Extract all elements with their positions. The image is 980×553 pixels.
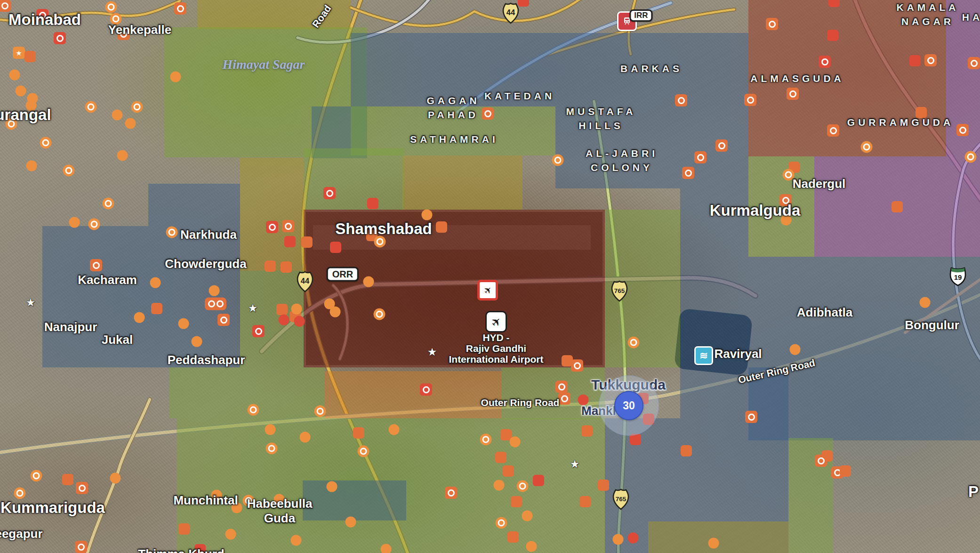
orange-ring-marker[interactable] <box>40 137 52 149</box>
orange-square-marker[interactable] <box>495 452 506 463</box>
orange-square-ring-marker[interactable] <box>924 54 937 66</box>
orange-square-marker[interactable] <box>840 465 851 477</box>
orange-ring-marker[interactable] <box>314 406 326 417</box>
orange-square-ring-marker[interactable] <box>787 88 799 100</box>
orange-ring-marker[interactable] <box>248 404 259 416</box>
orange-dot-marker[interactable] <box>389 424 400 435</box>
orange-dot-marker[interactable] <box>522 511 533 521</box>
orange-dot-marker[interactable] <box>613 534 624 545</box>
red-square-ring-marker[interactable] <box>819 56 831 68</box>
orange-ring-marker[interactable] <box>517 480 529 492</box>
orange-ring-marker[interactable] <box>374 309 386 320</box>
orange-square-marker[interactable] <box>507 531 519 543</box>
orange-square-ring-marker[interactable] <box>766 18 778 30</box>
orange-ring-marker[interactable] <box>496 517 507 529</box>
orange-square-ring-marker[interactable] <box>555 381 568 393</box>
red-dot-marker[interactable] <box>628 533 639 544</box>
orange-square-ring-marker[interactable] <box>0 0 11 12</box>
orange-ring-marker[interactable] <box>628 337 640 349</box>
star-marker[interactable]: ★ <box>248 303 258 314</box>
orange-square-marker[interactable] <box>24 51 36 62</box>
red-square-marker[interactable] <box>284 236 296 247</box>
orange-square-ring-marker[interactable] <box>174 2 186 15</box>
orange-square-ring-marker[interactable] <box>968 57 980 69</box>
orange-square-ring-marker[interactable] <box>744 94 756 106</box>
orange-dot-marker[interactable] <box>381 544 392 553</box>
orange-dot-marker[interactable] <box>330 307 341 317</box>
orange-square-ring-marker[interactable] <box>76 482 88 494</box>
orange-square-marker[interactable] <box>436 221 447 233</box>
orange-ring-marker[interactable] <box>166 227 178 238</box>
lake-icon[interactable]: ≋ <box>694 346 713 365</box>
orange-square-marker[interactable] <box>892 201 903 212</box>
star-marker[interactable]: ★ <box>570 459 580 470</box>
orange-dot-marker[interactable] <box>69 217 80 228</box>
orange-dot-marker[interactable] <box>291 304 302 315</box>
orange-ring-marker[interactable] <box>105 1 117 13</box>
orange-dot-marker[interactable] <box>117 150 128 161</box>
cluster-marker-30[interactable]: 30 <box>614 391 643 420</box>
orange-dot-marker[interactable] <box>125 118 136 129</box>
orange-square-marker[interactable] <box>681 445 692 456</box>
orange-dot-marker[interactable] <box>300 432 311 443</box>
orange-square-ring-marker[interactable] <box>694 151 707 163</box>
orange-dot-marker[interactable] <box>526 541 537 552</box>
orange-square-ring-marker[interactable] <box>90 259 102 271</box>
orange-dot-marker[interactable] <box>790 344 801 355</box>
orange-dot-marker[interactable] <box>510 437 521 447</box>
orange-ring-marker[interactable] <box>88 219 100 230</box>
orange-dot-marker[interactable] <box>265 424 276 435</box>
orange-ring-marker[interactable] <box>358 446 370 457</box>
orange-dot-marker[interactable] <box>112 110 123 121</box>
orange-square-marker[interactable] <box>301 236 313 248</box>
orange-square-ring-marker[interactable] <box>745 411 757 423</box>
red-square-marker[interactable] <box>909 55 921 66</box>
orange-square-ring-marker[interactable] <box>815 455 827 467</box>
orange-square-marker[interactable] <box>281 261 292 273</box>
orange-square-ring-marker[interactable] <box>558 392 570 405</box>
orange-ring-marker[interactable] <box>31 470 42 482</box>
red-dot-marker[interactable] <box>279 315 289 325</box>
orange-dot-marker[interactable] <box>134 312 145 323</box>
orange-square-marker[interactable] <box>579 496 591 507</box>
orange-dot-marker[interactable] <box>150 277 161 288</box>
orange-square-ring-marker[interactable] <box>827 124 839 137</box>
orange-dot-marker[interactable] <box>192 336 202 347</box>
orange-dot-marker[interactable] <box>291 535 302 546</box>
orange-ring-marker[interactable] <box>266 443 278 455</box>
orange-dot-marker[interactable] <box>110 473 121 484</box>
orange-dot-marker[interactable] <box>170 72 181 82</box>
red-square-marker[interactable] <box>533 475 544 486</box>
orange-ring-marker[interactable] <box>861 141 873 153</box>
orange-square-marker[interactable] <box>511 496 522 507</box>
red-square-ring-marker[interactable] <box>420 383 432 396</box>
orange-ring-marker[interactable] <box>63 165 75 177</box>
orange-dot-marker[interactable] <box>16 86 26 97</box>
orange-square-marker[interactable] <box>503 465 514 477</box>
orange-dot-marker[interactable] <box>345 517 356 528</box>
red-square-marker[interactable] <box>367 198 378 209</box>
double-ring-marker[interactable] <box>205 298 226 310</box>
red-dot-marker[interactable] <box>294 316 305 327</box>
orange-ring-marker[interactable] <box>85 101 97 113</box>
red-square-ring-marker[interactable] <box>252 325 265 337</box>
orange-dot-marker[interactable] <box>920 297 931 308</box>
orange-square-marker[interactable] <box>151 303 162 314</box>
airport-icon[interactable]: ✈ <box>485 311 507 333</box>
red-square-marker[interactable] <box>827 30 838 41</box>
orange-square-marker[interactable] <box>276 304 288 315</box>
map-canvas[interactable]: ★★★★★MoinabadYenkepalleSurangalHimayat S… <box>0 0 980 553</box>
orange-dot-marker[interactable] <box>178 318 189 329</box>
orange-square-marker[interactable] <box>62 474 73 485</box>
orange-dot-marker[interactable] <box>26 161 37 171</box>
orange-ring-marker[interactable] <box>480 434 492 446</box>
orange-square-ring-marker[interactable] <box>682 167 694 179</box>
orange-dot-marker[interactable] <box>422 210 433 220</box>
orange-dot-marker[interactable] <box>225 529 236 540</box>
orange-dot-marker[interactable] <box>494 480 505 491</box>
orange-square-marker[interactable] <box>581 425 593 437</box>
orange-square-marker[interactable] <box>265 260 276 272</box>
orange-ring-marker[interactable] <box>14 488 26 499</box>
orange-square-ring-marker[interactable] <box>482 107 494 120</box>
star-marker[interactable]: ★ <box>26 297 36 308</box>
